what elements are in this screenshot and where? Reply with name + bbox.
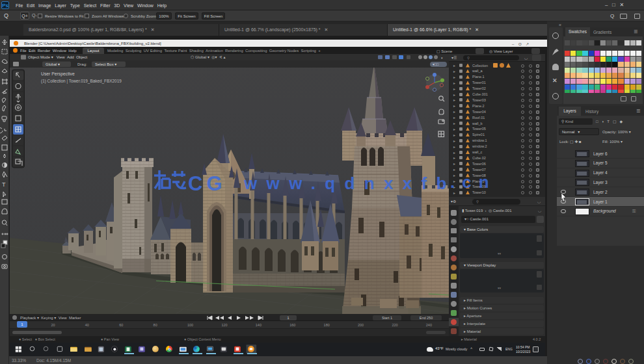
svg-text:⬡ Global ▾ ◎▾ ∢ ▴: ⬡ Global ▾ ◎▾ ∢ ▴ bbox=[191, 55, 226, 59]
svg-text:▾□□: ▾□□ bbox=[433, 62, 439, 66]
svg-text:Select Box ▾: Select Box ▾ bbox=[95, 62, 116, 66]
svg-text:CG: CG bbox=[188, 172, 226, 195]
svg-text:Global ▾: Global ▾ bbox=[46, 62, 60, 66]
svg-text:Object Mode ▾ View Add Obj: Object Mode ▾ View Add Object bbox=[28, 55, 88, 59]
svg-text:Drag:: Drag: bbox=[77, 62, 87, 66]
svg-text:T: T bbox=[2, 181, 6, 188]
